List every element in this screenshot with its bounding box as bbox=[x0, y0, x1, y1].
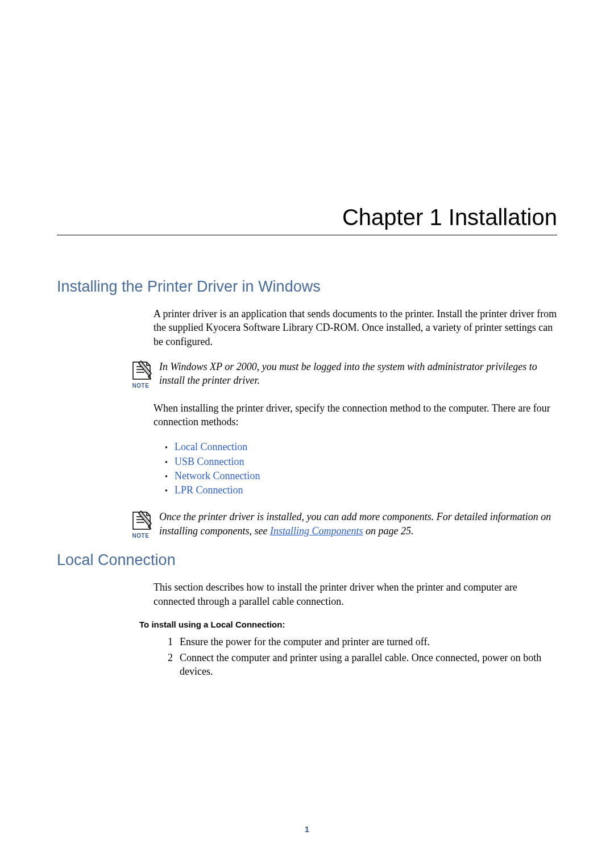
note-text-components: Once the printer driver is installed, yo… bbox=[159, 510, 557, 538]
chapter-title: Chapter 1 Installation bbox=[57, 205, 557, 235]
link-local-connection[interactable]: Local Connection bbox=[175, 440, 247, 454]
procedure-steps: 1 Ensure the power for the computer and … bbox=[159, 635, 557, 679]
list-item: • Local Connection bbox=[165, 440, 557, 454]
note-block-components: NOTE Once the printer driver is installe… bbox=[128, 510, 557, 539]
step-item: 2 Connect the computer and printer using… bbox=[159, 651, 557, 679]
note-icon-container: NOTE bbox=[128, 360, 154, 389]
link-installing-components[interactable]: Installing Components bbox=[270, 525, 363, 537]
note-label: NOTE bbox=[132, 383, 150, 389]
step-number: 2 bbox=[159, 651, 173, 679]
list-item: • LPR Connection bbox=[165, 483, 557, 497]
local-connection-intro: This section describes how to install th… bbox=[154, 580, 557, 608]
list-item: • USB Connection bbox=[165, 455, 557, 469]
note-block-admin: NOTE In Windows XP or 2000, you must be … bbox=[128, 360, 557, 389]
step-number: 1 bbox=[159, 635, 173, 649]
bullet-marker: • bbox=[165, 457, 168, 468]
list-item: • Network Connection bbox=[165, 469, 557, 483]
note-clipboard-icon bbox=[130, 360, 152, 381]
connection-intro: When installing the printer driver, spec… bbox=[154, 401, 557, 429]
connection-list: • Local Connection • USB Connection • Ne… bbox=[165, 440, 557, 497]
bullet-marker: • bbox=[165, 471, 168, 483]
bullet-marker: • bbox=[165, 485, 168, 497]
note-text: In Windows XP or 2000, you must be logge… bbox=[159, 360, 557, 388]
note-clipboard-icon bbox=[130, 510, 152, 531]
step-text: Connect the computer and printer using a… bbox=[180, 651, 557, 679]
page-number: 1 bbox=[0, 824, 614, 834]
intro-paragraph: A printer driver is an application that … bbox=[154, 307, 557, 348]
step-item: 1 Ensure the power for the computer and … bbox=[159, 635, 557, 649]
link-lpr-connection[interactable]: LPR Connection bbox=[175, 483, 243, 497]
section-heading-local-connection: Local Connection bbox=[57, 551, 557, 569]
section-heading-installing: Installing the Printer Driver in Windows bbox=[57, 278, 557, 296]
link-usb-connection[interactable]: USB Connection bbox=[175, 455, 244, 469]
link-network-connection[interactable]: Network Connection bbox=[175, 469, 260, 483]
note2-post: on page 25. bbox=[363, 525, 414, 537]
note-icon-container: NOTE bbox=[128, 510, 154, 539]
procedure-heading: To install using a Local Connection: bbox=[139, 620, 557, 629]
note-label: NOTE bbox=[132, 533, 150, 539]
bullet-marker: • bbox=[165, 442, 168, 454]
step-text: Ensure the power for the computer and pr… bbox=[180, 635, 557, 649]
